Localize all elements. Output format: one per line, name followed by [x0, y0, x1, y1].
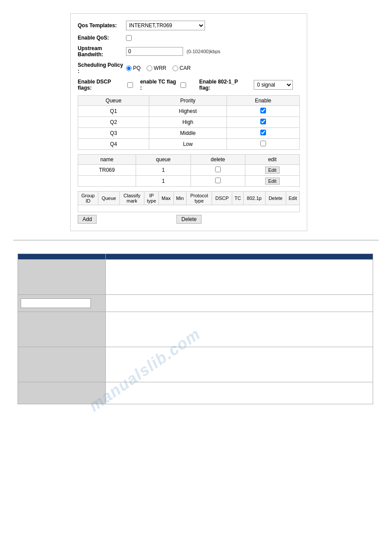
- table-row: TR069 1 Edit: [78, 165, 300, 176]
- dscp-flag-item: Enable DSCP flags:: [78, 79, 133, 91]
- q3-name: Q3: [78, 128, 149, 139]
- enable-qos-checkbox[interactable]: [126, 35, 132, 41]
- 8021p-header: 802.1p: [243, 192, 265, 205]
- upstream-input[interactable]: [126, 47, 183, 56]
- radio-pq[interactable]: PQ: [126, 65, 140, 71]
- protocol-header: Protocoltype: [186, 192, 212, 205]
- 802-select[interactable]: 0 signal: [254, 80, 293, 90]
- empty-edit[interactable]: Edit: [245, 176, 299, 187]
- bottom-right-2: [106, 295, 373, 312]
- name-col-header: name: [78, 155, 136, 165]
- edit-col-header: edit: [245, 155, 299, 165]
- classify-header: Classifymark: [119, 192, 144, 205]
- dscp-checkbox[interactable]: [127, 82, 133, 88]
- bottom-table: [18, 254, 373, 404]
- queue-header: Queue: [98, 192, 119, 205]
- bottom-row-4: [18, 347, 373, 382]
- flags-row: Enable DSCP flags: enable TC flag : Enab…: [78, 79, 300, 91]
- table-row: 1 Edit: [78, 176, 300, 187]
- tr069-delete[interactable]: [191, 165, 245, 176]
- tr069-edit[interactable]: Edit: [245, 165, 299, 176]
- tc-checkbox[interactable]: [180, 82, 186, 88]
- upstream-row: Upstream Bandwith: (0-102400)kbps: [78, 45, 300, 58]
- table-row: Q3 Middle: [78, 128, 300, 139]
- enable-qos-row: Enable QoS:: [78, 35, 300, 41]
- empty-delete-checkbox[interactable]: [215, 178, 221, 183]
- table-row: Q4 Low: [78, 139, 300, 150]
- q1-checkbox[interactable]: [260, 108, 266, 113]
- ip-header: IPtype: [144, 192, 159, 205]
- bottom-row-3: [18, 312, 373, 347]
- table-row: Q2 High: [78, 117, 300, 128]
- q1-enable[interactable]: [227, 106, 299, 117]
- qos-templates-row: Qos Templates: INTERNET,TR069: [78, 21, 300, 30]
- tc-flag-item: enable TC flag :: [140, 79, 186, 91]
- bottom-row-2: [18, 295, 373, 312]
- bottom-header-col1: [18, 254, 106, 260]
- q4-enable[interactable]: [227, 139, 299, 150]
- enable-qos-label: Enable QoS:: [78, 35, 126, 41]
- classify-table: GroupID Queue Classifymark IPtype Max Mi…: [78, 191, 300, 212]
- bottom-right-1: [106, 260, 373, 295]
- bottom-right-5: [106, 382, 373, 404]
- upstream-label: Upstream Bandwith:: [78, 45, 126, 58]
- empty-delete[interactable]: [191, 176, 245, 187]
- q1-name: Q1: [78, 106, 149, 117]
- empty-edit-btn[interactable]: Edit: [265, 178, 280, 185]
- q2-enable[interactable]: [227, 117, 299, 128]
- radio-wrr[interactable]: WRR: [147, 65, 166, 71]
- qos-templates-select[interactable]: INTERNET,TR069: [126, 21, 205, 30]
- scheduling-radio-group: PQ WRR CAR: [126, 65, 191, 71]
- bottom-left-2: [18, 295, 106, 312]
- radio-car-input[interactable]: [173, 65, 178, 71]
- delete-header: Delete: [265, 192, 286, 205]
- q2-priority: High: [149, 117, 227, 128]
- add-button[interactable]: Add: [78, 215, 97, 224]
- tr069-queue: 1: [136, 165, 191, 176]
- q3-priority: Middle: [149, 128, 227, 139]
- bottom-header-row: [18, 254, 373, 260]
- q4-priority: Low: [149, 139, 227, 150]
- delete-col-header: delete: [191, 155, 245, 165]
- upstream-hint: (0-102400)kbps: [187, 49, 220, 54]
- radio-car[interactable]: CAR: [173, 65, 191, 71]
- 802-label: Enable 802-1_P flag:: [199, 79, 250, 91]
- bottom-input-field[interactable]: [21, 298, 91, 308]
- q2-name: Q2: [78, 117, 149, 128]
- qos-form-panel: Qos Templates: INTERNET,TR069 Enable QoS…: [70, 13, 307, 231]
- tr069-edit-btn[interactable]: Edit: [265, 167, 280, 174]
- classify-empty-row: [78, 205, 300, 212]
- delete-button[interactable]: Delete: [176, 215, 201, 224]
- q4-checkbox[interactable]: [260, 141, 266, 146]
- bottom-header-col2: [106, 254, 373, 260]
- q3-checkbox[interactable]: [260, 130, 266, 135]
- radio-car-label: CAR: [180, 65, 191, 71]
- q3-enable[interactable]: [227, 128, 299, 139]
- tc-label: enable TC flag :: [140, 79, 179, 91]
- bottom-left-1: [18, 260, 106, 295]
- bottom-section: [18, 254, 374, 404]
- enable-col-header: Enable: [227, 96, 299, 106]
- action-row: Add Delete: [78, 215, 300, 224]
- scheduling-label: Scheduling Policy :: [78, 62, 126, 74]
- name-queue-table: name queue delete edit TR069 1 Edit 1: [78, 154, 300, 187]
- max-header: Max: [159, 192, 173, 205]
- table-row: Q1 Highest: [78, 106, 300, 117]
- queue-col-header: Queue: [78, 96, 149, 106]
- dscp-header: DSCP: [212, 192, 232, 205]
- scheduling-row: Scheduling Policy : PQ WRR CAR: [78, 62, 300, 74]
- q2-checkbox[interactable]: [260, 119, 266, 124]
- priority-col-header: Prority: [149, 96, 227, 106]
- tr069-name: TR069: [78, 165, 136, 176]
- queue-table: Queue Prority Enable Q1 Highest Q2 High: [78, 95, 300, 150]
- tr069-delete-checkbox[interactable]: [215, 167, 221, 172]
- dscp-label: Enable DSCP flags:: [78, 79, 126, 91]
- radio-pq-input[interactable]: [126, 65, 132, 71]
- bottom-row-1: [18, 260, 373, 295]
- bottom-left-4: [18, 347, 106, 382]
- q1-priority: Highest: [149, 106, 227, 117]
- edit-header: Edit: [286, 192, 300, 205]
- empty-queue: 1: [136, 176, 191, 187]
- radio-wrr-input[interactable]: [147, 65, 152, 71]
- radio-pq-label: PQ: [133, 65, 140, 71]
